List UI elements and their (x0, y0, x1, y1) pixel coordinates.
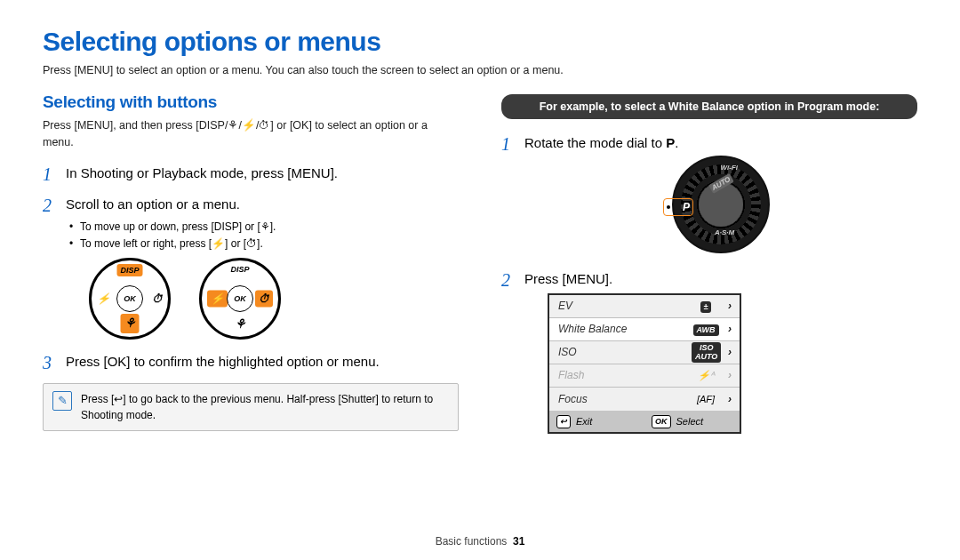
footer-page-number: 31 (513, 535, 524, 548)
menu-row-label: Focus (549, 392, 692, 407)
dial-horizontal: DISP ⚡ ⏱ OK ⚘ (199, 258, 281, 340)
menu-row-value-icon: ± (692, 300, 720, 313)
menu-row-value-icon: [AF] (692, 393, 720, 406)
mode-dial: Wi-Fi AUTO A·S·M P (672, 156, 770, 253)
right-step-1-text: Rotate the mode dial to P. (524, 135, 678, 150)
page-footer: Basic functions 31 (0, 535, 960, 548)
left-step-2-sub-1: To move up or down, press [DISP] or [⚘]. (69, 219, 459, 236)
right-step-2: Press [MENU]. EV±›White BalanceAWB›ISOIS… (501, 269, 917, 434)
note-text: Press [↩] to go back to the previous men… (81, 391, 449, 423)
chevron-right-icon: › (720, 392, 740, 407)
menu-row-ev[interactable]: EV±› (549, 295, 740, 318)
mode-wifi-label: Wi-Fi (721, 163, 738, 172)
left-step-2: Scroll to an option or a menu. To move u… (43, 195, 459, 340)
right-steps: Rotate the mode dial to P. Wi-Fi AUTO A·… (501, 133, 917, 434)
disp-label: DISP (230, 264, 249, 276)
mode-dial-wrap: Wi-Fi AUTO A·S·M P (524, 156, 917, 253)
note-icon: ✎ (52, 391, 72, 411)
menu-row-label: EV (549, 299, 692, 314)
footer-section: Basic functions (436, 535, 508, 548)
flash-icon: ⚡ (97, 291, 110, 306)
right-step-1: Rotate the mode dial to P. Wi-Fi AUTO A·… (501, 133, 917, 253)
mode-p-letter: P (683, 200, 690, 215)
mode-asm-label: A·S·M (715, 228, 734, 237)
left-step-1-text: In Shooting or Playback mode, press [MEN… (66, 165, 338, 180)
chevron-right-icon: › (720, 345, 740, 360)
chevron-right-icon: › (720, 368, 740, 383)
menu-row-value-icon: AWB (692, 323, 720, 336)
right-column: For example, to select a White Balance o… (501, 92, 917, 446)
note-box: ✎ Press [↩] to go back to the previous m… (43, 383, 459, 431)
menu-footer-select[interactable]: OK Select (644, 415, 740, 428)
left-step-2-sub-2: To move left or right, press [⚡] or [⏱]. (69, 236, 459, 252)
page-title: Selecting options or menus (43, 27, 917, 57)
left-steps: In Shooting or Playback mode, press [MEN… (43, 164, 459, 371)
menu-footer: ↩ Exit OK Select (549, 411, 740, 432)
intro-text: Press [MENU] to select an option or a me… (43, 64, 917, 76)
ok-button-icon-2: OK (227, 285, 253, 312)
left-step-2-text: Scroll to an option or a menu. (66, 196, 240, 212)
menu-row-focus[interactable]: Focus[AF]› (549, 388, 740, 411)
menu-row-label: White Balance (549, 322, 692, 337)
right-step-2-text: Press [MENU]. (524, 271, 612, 286)
menu-row-flash: Flash⚡ᴬ› (549, 364, 740, 388)
menu-row-label: ISO (549, 345, 692, 360)
left-step-3-text: Press [OK] to confirm the highlighted op… (66, 354, 380, 369)
menu-row-value-icon: ⚡ᴬ (692, 369, 720, 382)
macro-icon: ⚘ (235, 316, 246, 333)
ok-button-icon: OK (116, 285, 143, 312)
ok-key-icon: OK (652, 415, 671, 428)
columns: Selecting with buttons Press [MENU], and… (43, 92, 917, 446)
select-label: Select (676, 415, 704, 428)
flash-icon-hl: ⚡ (207, 290, 228, 307)
left-step-3: Press [OK] to confirm the highlighted op… (43, 352, 459, 371)
left-step-1: In Shooting or Playback mode, press [MEN… (43, 164, 459, 182)
chevron-right-icon: › (720, 299, 740, 314)
left-heading: Selecting with buttons (43, 92, 459, 112)
right-step-1-c: . (675, 135, 678, 150)
left-instruction: Press [MENU], and then press [DISP/⚘/⚡/⏱… (43, 117, 459, 151)
mode-p-label: P (666, 135, 675, 150)
macro-icon-hl: ⚘ (121, 314, 140, 333)
left-step-2-sub: To move up or down, press [DISP] or [⚘].… (69, 219, 459, 252)
menu-row-value-icon: ISO AUTO (692, 342, 720, 364)
right-step-1-a: Rotate the mode dial to (524, 135, 666, 150)
left-column: Selecting with buttons Press [MENU], and… (43, 92, 459, 446)
menu-footer-exit[interactable]: ↩ Exit (549, 415, 644, 428)
menu-panel: EV±›White BalanceAWB›ISOISO AUTO›Flash⚡ᴬ… (548, 293, 741, 434)
mode-p-indicator: P (663, 198, 693, 216)
back-key-icon: ↩ (556, 415, 571, 428)
timer-icon: ⏱ (152, 291, 163, 306)
chevron-right-icon: › (720, 322, 740, 337)
example-banner: For example, to select a White Balance o… (501, 94, 917, 119)
dial-row: DISP ⚡ ⏱ OK ⚘ DISP ⚡ ⏱ OK ⚘ (89, 258, 459, 340)
dial-vertical: DISP ⚡ ⏱ OK ⚘ (89, 258, 171, 340)
exit-label: Exit (576, 415, 592, 428)
timer-icon-hl: ⏱ (255, 290, 273, 307)
menu-row-white-balance[interactable]: White BalanceAWB› (549, 318, 740, 341)
menu-row-label: Flash (549, 368, 692, 383)
disp-label-hl: DISP (116, 264, 142, 277)
menu-row-iso[interactable]: ISOISO AUTO› (549, 341, 740, 364)
indicator-dot-icon (667, 205, 670, 209)
